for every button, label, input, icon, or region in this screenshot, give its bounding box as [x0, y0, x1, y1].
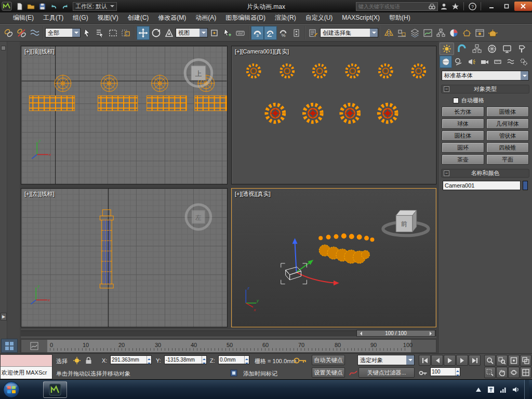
curve-editor-icon[interactable]: [421, 26, 434, 40]
button-pyramid[interactable]: 四棱锥: [486, 142, 529, 153]
button-geosphere[interactable]: 几何球体: [486, 118, 529, 129]
help-search-box[interactable]: [356, 2, 438, 11]
menu-maxscript[interactable]: MAXScript(X): [337, 12, 384, 23]
tab-utilities-icon[interactable]: [515, 43, 529, 55]
start-button[interactable]: [3, 381, 20, 398]
y-coordinate-field[interactable]: [165, 356, 202, 364]
time-slider[interactable]: 100 / 100: [21, 329, 436, 338]
tray-volume-icon[interactable]: [512, 385, 520, 394]
maxscript-macro-recorder[interactable]: [1, 355, 52, 367]
tray-ime-icon[interactable]: [487, 385, 495, 394]
button-teapot[interactable]: 茶壶: [442, 154, 484, 165]
tray-network-icon[interactable]: [499, 385, 508, 394]
viewport-left-label[interactable]: [+][左][线框]: [24, 190, 55, 198]
menu-group[interactable]: 组(G): [68, 12, 92, 23]
selection-filter-dropdown[interactable]: 全部: [45, 28, 81, 37]
search-binoculars-icon[interactable]: [426, 1, 437, 11]
mirror-icon[interactable]: [382, 26, 395, 40]
menu-modifiers[interactable]: 修改器(M): [153, 12, 191, 23]
category-space-warps-icon[interactable]: [504, 56, 517, 68]
category-geometry-icon[interactable]: [440, 56, 452, 68]
button-cone[interactable]: 圆锥体: [486, 107, 529, 117]
search-input[interactable]: [356, 4, 426, 9]
align-icon[interactable]: [395, 26, 408, 40]
auto-key-button[interactable]: 自动关键点: [312, 355, 345, 365]
select-by-name-icon[interactable]: [94, 26, 107, 40]
select-and-manipulate-icon[interactable]: [221, 26, 234, 40]
menu-edit[interactable]: 编辑(E): [8, 12, 38, 23]
tab-motion-icon[interactable]: [485, 43, 499, 55]
named-selection-set-dropdown[interactable]: 创建选择集: [320, 28, 378, 37]
viewport-left[interactable]: [+][左][线框]: [21, 188, 228, 327]
menu-graph-editors[interactable]: 图形编辑器(D): [221, 12, 270, 23]
viewport-top[interactable]: [+][顶][线框]: [21, 46, 228, 184]
angle-snap-toggle-icon[interactable]: [264, 26, 277, 40]
tab-modify-icon[interactable]: [455, 43, 469, 55]
play-animation-icon[interactable]: [444, 355, 456, 366]
save-file-icon[interactable]: [36, 1, 48, 11]
undo-icon[interactable]: [48, 1, 59, 11]
zoom-region-icon[interactable]: [484, 367, 496, 378]
tab-hierarchy-icon[interactable]: [470, 43, 484, 55]
select-and-link-icon[interactable]: [2, 26, 15, 40]
track-bar[interactable]: 0 10 20 30 40 50 60 70 80 90 100: [21, 339, 436, 353]
current-frame-spinner[interactable]: [430, 367, 460, 376]
collapse-icon[interactable]: −: [444, 170, 449, 176]
tab-display-icon[interactable]: [500, 43, 514, 55]
spinner-arrows-icon[interactable]: [202, 356, 206, 364]
z-coordinate-field[interactable]: [219, 356, 244, 364]
favorites-star-icon[interactable]: [449, 1, 461, 11]
autogrid-checkbox[interactable]: [453, 98, 459, 103]
maxscript-listener-text[interactable]: 欢迎使用 MAXScr: [1, 367, 52, 379]
new-file-icon[interactable]: [14, 1, 25, 11]
menu-animation[interactable]: 动画(A): [191, 12, 221, 23]
menu-tools[interactable]: 工具(T): [38, 12, 68, 23]
maximize-viewport-toggle-icon[interactable]: [520, 367, 531, 378]
viewport-top-label[interactable]: [+][顶][线框]: [24, 48, 55, 56]
maximize-button[interactable]: [499, 2, 514, 11]
render-setup-icon[interactable]: [460, 26, 473, 40]
workspace-dropdown[interactable]: 工作区: 默认: [73, 2, 117, 11]
object-name-field[interactable]: [443, 181, 521, 190]
primitive-category-dropdown[interactable]: 标准基本体: [442, 71, 529, 81]
previous-frame-icon[interactable]: [357, 330, 365, 336]
button-plane[interactable]: 平面: [486, 154, 529, 165]
previous-frame-icon[interactable]: [431, 355, 443, 366]
x-coordinate-spinner[interactable]: [110, 355, 152, 364]
rendered-frame-window-icon[interactable]: [473, 26, 486, 40]
z-coordinate-spinner[interactable]: [218, 355, 249, 364]
zoom-all-icon[interactable]: [496, 355, 508, 366]
minimize-button[interactable]: [484, 2, 499, 11]
schematic-view-icon[interactable]: [434, 26, 447, 40]
collapse-icon[interactable]: −: [444, 86, 449, 92]
close-button[interactable]: [514, 2, 532, 11]
key-mode-toggle-icon[interactable]: [418, 368, 428, 378]
set-key-button[interactable]: 设置关键点: [312, 367, 345, 378]
object-type-rollout[interactable]: − 对象类型: [441, 85, 529, 94]
current-frame-field[interactable]: [431, 368, 455, 376]
spinner-arrows-icon[interactable]: [147, 356, 151, 364]
x-coordinate-field[interactable]: [111, 356, 147, 364]
spinner-arrows-icon[interactable]: [455, 368, 460, 376]
viewport-perspective-label[interactable]: [+][透视][真实]: [235, 190, 271, 198]
button-torus[interactable]: 圆环: [442, 142, 484, 153]
spinner-arrows-icon[interactable]: [244, 356, 249, 364]
tray-show-hidden-icons[interactable]: [474, 385, 483, 394]
menu-help[interactable]: 帮助(H): [384, 12, 415, 23]
button-tube[interactable]: 管状体: [486, 130, 529, 141]
open-file-icon[interactable]: [25, 1, 36, 11]
name-color-rollout[interactable]: − 名称和颜色: [441, 169, 529, 178]
frame-ruler[interactable]: 0 10 20 30 40 50 60 70 80 90 100: [47, 340, 411, 352]
render-production-icon[interactable]: [486, 26, 499, 40]
bind-to-space-warp-icon[interactable]: [28, 26, 41, 40]
viewport-layout-tabs-button[interactable]: [1, 339, 18, 353]
dock-scroll-arrow-icon[interactable]: ▶: [1, 313, 7, 321]
category-shapes-icon[interactable]: [453, 56, 465, 68]
zoom-icon[interactable]: [484, 355, 496, 366]
y-coordinate-spinner[interactable]: [164, 355, 207, 364]
category-cameras-icon[interactable]: [478, 56, 491, 68]
redo-icon[interactable]: [59, 1, 71, 11]
select-and-rotate-icon[interactable]: [150, 26, 163, 40]
viewport-camera[interactable]: [+][Camera001][真实]: [231, 46, 436, 184]
keyboard-shortcut-override-icon[interactable]: [234, 26, 247, 40]
